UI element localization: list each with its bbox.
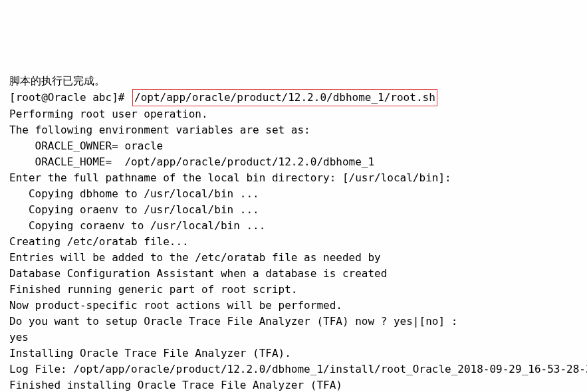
output-line: ORACLE_OWNER= oracle — [9, 138, 578, 154]
output-line: Copying dbhome to /usr/local/bin ... — [9, 186, 578, 202]
output-line: Creating /etc/oratab file... — [9, 234, 578, 250]
output-line: Performing root user operation. — [9, 106, 578, 122]
output-line: The following environment variables are … — [9, 122, 578, 138]
output-line: Log File: /opt/app/oracle/product/12.2.0… — [9, 361, 578, 377]
shell-prompt: [root@Oracle abc]# — [9, 91, 131, 104]
output-line: Database Configuration Assistant when a … — [9, 266, 578, 282]
command-highlighted: /opt/app/oracle/product/12.2.0/dbhome_1/… — [132, 89, 437, 106]
output-line: Now product-specific root actions will b… — [9, 298, 578, 314]
header-partial: 脚本的执行已完成。 — [9, 73, 578, 89]
output-line: Copying oraenv to /usr/local/bin ... — [9, 202, 578, 218]
output-line: Enter the full pathname of the local bin… — [9, 170, 578, 186]
output-line: Finished installing Oracle Trace File An… — [9, 377, 578, 392]
output-line: Do you want to setup Oracle Trace File A… — [9, 314, 578, 330]
output-line: Installing Oracle Trace File Analyzer (T… — [9, 345, 578, 361]
output-line: Finished running generic part of root sc… — [9, 282, 578, 298]
output-line: Copying coraenv to /usr/local/bin ... — [9, 218, 578, 234]
output-line: ORACLE_HOME= /opt/app/oracle/product/12.… — [9, 154, 578, 170]
user-input-line: yes — [9, 330, 578, 345]
prompt-line-1[interactable]: [root@Oracle abc]# /opt/app/oracle/produ… — [9, 89, 578, 106]
output-line: Entries will be added to the /etc/oratab… — [9, 250, 578, 266]
